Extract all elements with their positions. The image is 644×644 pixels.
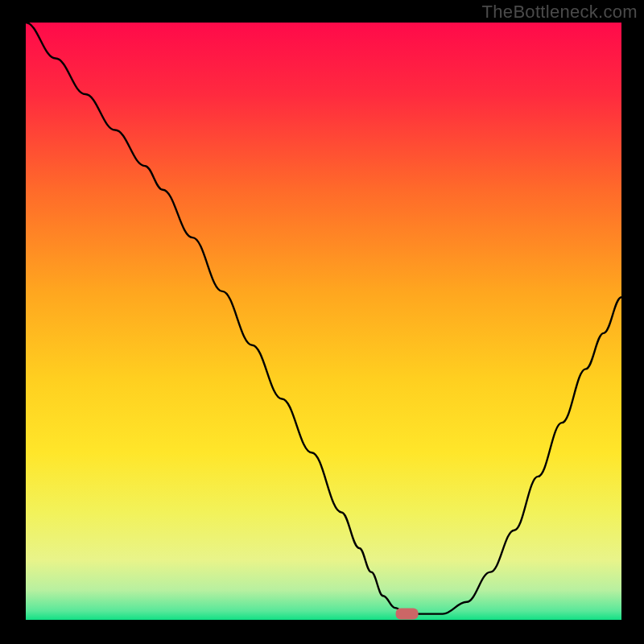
chart-background <box>26 23 621 620</box>
bottleneck-chart <box>26 23 621 620</box>
optimal-marker <box>396 609 419 620</box>
watermark-source: TheBottleneck.com <box>482 2 638 23</box>
